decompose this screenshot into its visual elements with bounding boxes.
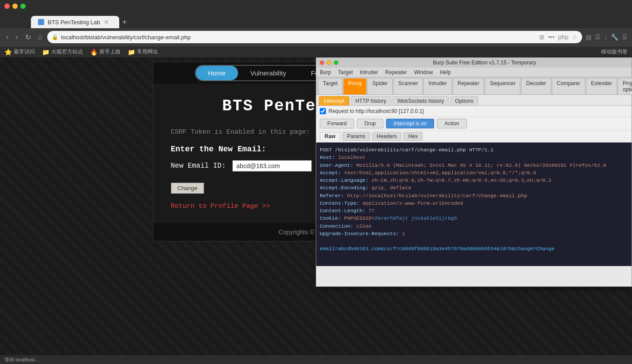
minimize-button[interactable] <box>12 4 18 9</box>
burp-tab-project-options[interactable]: Project options <box>618 78 632 94</box>
email-input[interactable] <box>232 160 312 172</box>
burp-menu-intruder[interactable]: Intruder <box>360 69 378 75</box>
burp-subtab-options[interactable]: Options <box>450 96 478 105</box>
action-button[interactable]: Action <box>437 119 466 128</box>
bookmark-common[interactable]: 📁 常用网址 <box>128 48 158 56</box>
bookmark-newbie[interactable]: 🔥 新手上路 <box>90 48 121 56</box>
tab-title: BTS PenTesting Lab <box>48 19 100 26</box>
burp-tab-proxy[interactable]: Proxy <box>343 78 367 94</box>
main-area: Home Vulnerability Forum LogOut Contact … <box>0 57 632 355</box>
burp-action-bar: Forward Drop Intercept is on Action <box>316 117 632 131</box>
burp-tab-comparer[interactable]: Comparer <box>552 78 585 94</box>
address-actions: ⊞ ••• php ☆ <box>539 34 578 41</box>
burp-format-raw[interactable]: Raw <box>320 132 341 141</box>
intercept-on-button[interactable]: Intercept is on <box>386 119 434 128</box>
bookmark-firefox-label: 火狐官方站点 <box>51 48 83 56</box>
fire-icon: 🔥 <box>90 49 98 56</box>
return-link[interactable]: Return to Profile Page >> <box>171 203 270 210</box>
email-label: New Email ID: <box>171 162 226 170</box>
burp-format-hex[interactable]: Hex <box>403 132 422 141</box>
burp-request-panel[interactable]: POST /btslab/vulnerability/carf/change-e… <box>316 143 632 266</box>
intercept-checkbox[interactable] <box>320 108 326 114</box>
change-button[interactable]: Change <box>171 183 204 194</box>
burp-title: Burp Suite Free Edition v1.7.15 - Tempor… <box>341 60 628 66</box>
burp-tab-spider[interactable]: Spider <box>367 78 393 94</box>
drop-button[interactable]: Drop <box>357 119 383 128</box>
burp-format-tabs: Raw Params Headers Hex <box>316 131 632 143</box>
nav-vulnerability[interactable]: Vulnerability <box>238 66 299 80</box>
address-input[interactable] <box>61 34 537 41</box>
browser-chrome: BTS PenTesting Lab ✕ + ‹ › ↻ ⌂ 🔒 ⊞ ••• p… <box>0 0 632 57</box>
burp-tab-intruder[interactable]: Intruder <box>424 78 451 94</box>
burp-menu-window[interactable]: Window <box>414 69 433 75</box>
burp-tab-decoder[interactable]: Decoder <box>521 78 551 94</box>
burp-min-button[interactable] <box>327 60 331 65</box>
maximize-button[interactable] <box>20 4 26 9</box>
burp-max-button[interactable] <box>334 60 338 65</box>
burp-format-params[interactable]: Params <box>342 132 370 141</box>
grid-icon[interactable]: ⊞ <box>539 34 545 41</box>
forward-button[interactable]: Forward <box>320 119 354 128</box>
star-icon[interactable]: ☆ <box>572 34 578 41</box>
mobile-bookmarks[interactable]: 移动版书签 <box>601 48 628 56</box>
browser-tab[interactable]: BTS PenTesting Lab ✕ <box>31 16 119 28</box>
bookmarks-bar: ⭐ 最常访问 📁 火狐官方站点 🔥 新手上路 📁 常用网址 移动版书签 <box>0 46 632 57</box>
burp-menubar: Burp Target Intruder Repeater Window Hel… <box>316 68 632 77</box>
burp-tab-sequencer[interactable]: Sequencer <box>485 78 520 94</box>
forward-button[interactable]: › <box>14 31 19 43</box>
status-text: 等待 localhost... <box>4 356 39 363</box>
burp-tabs: Target Proxy Spider Scanner Intruder Rep… <box>316 77 632 95</box>
burp-menu-target[interactable]: Target <box>338 69 352 75</box>
reader-icon[interactable]: ☰ <box>595 34 601 41</box>
back-button[interactable]: ‹ <box>4 31 10 43</box>
nav-home[interactable]: Home <box>196 66 238 80</box>
burp-menu-help[interactable]: Help <box>440 69 451 75</box>
browser-titlebar <box>0 0 632 12</box>
burp-tab-target[interactable]: Target <box>318 78 342 94</box>
tab-favicon <box>38 19 44 25</box>
bookmark-firefox[interactable]: 📁 火狐官方站点 <box>42 48 83 56</box>
intercept-text: Request to http://localhost:80 [127.0.0.… <box>329 108 628 114</box>
burp-subtab-http-history[interactable]: HTTP history <box>351 96 391 105</box>
burp-tab-scanner[interactable]: Scanner <box>394 78 423 94</box>
burp-subtab-intercept[interactable]: Intercept <box>319 96 349 105</box>
address-input-wrapper[interactable]: 🔒 ⊞ ••• php ☆ <box>47 31 582 43</box>
burp-subtabs: Intercept HTTP history WebSockets histor… <box>316 95 632 106</box>
close-button[interactable] <box>4 4 10 9</box>
traffic-lights <box>4 4 26 9</box>
burp-subtab-websockets[interactable]: WebSockets history <box>393 96 449 105</box>
address-bar: ‹ › ↻ ⌂ 🔒 ⊞ ••• php ☆ ▤ ☰ ↕ 🔧 ☰ <box>0 28 632 46</box>
folder-icon: 📁 <box>42 49 49 56</box>
folder2-icon: 📁 <box>128 49 135 56</box>
bookmark-common-label: 常用网址 <box>137 48 158 56</box>
refresh-button[interactable]: ↻ <box>23 31 33 43</box>
status-bar: 等待 localhost... <box>0 355 632 364</box>
burp-tab-repeater[interactable]: Repeater <box>453 78 484 94</box>
burp-intercept-bar: Request to http://localhost:80 [127.0.0.… <box>316 106 632 117</box>
more-icon[interactable]: ••• <box>548 34 555 41</box>
secure-icon: 🔒 <box>52 34 58 40</box>
star-bookmark-icon: ⭐ <box>4 49 12 56</box>
burp-format-headers[interactable]: Headers <box>372 132 401 141</box>
tab-bar: BTS PenTesting Lab ✕ + <box>0 12 632 28</box>
bookmark-newbie-label: 新手上路 <box>99 48 121 56</box>
burp-close-button[interactable] <box>320 60 324 65</box>
burp-tab-extender[interactable]: Extender <box>586 78 617 94</box>
new-tab-button[interactable]: + <box>122 18 127 28</box>
burp-menu-burp[interactable]: Burp <box>320 69 331 75</box>
burp-menu-repeater[interactable]: Repeater <box>385 69 407 75</box>
menu-icon[interactable]: ☰ <box>622 34 628 41</box>
home-button[interactable]: ⌂ <box>36 31 44 43</box>
bookmark-frequent-label: 最常访问 <box>14 48 35 56</box>
sync-icon[interactable]: ↕ <box>604 34 607 41</box>
burp-window: Burp Suite Free Edition v1.7.15 - Tempor… <box>316 57 632 287</box>
addon-icon[interactable]: 🔧 <box>611 34 618 41</box>
sidebar-icon[interactable]: ▤ <box>586 34 591 41</box>
bookmark-frequent[interactable]: ⭐ 最常访问 <box>4 48 35 56</box>
burp-titlebar: Burp Suite Free Edition v1.7.15 - Tempor… <box>316 58 632 68</box>
php-icon: php <box>558 34 568 41</box>
tab-close-button[interactable]: ✕ <box>104 19 109 26</box>
